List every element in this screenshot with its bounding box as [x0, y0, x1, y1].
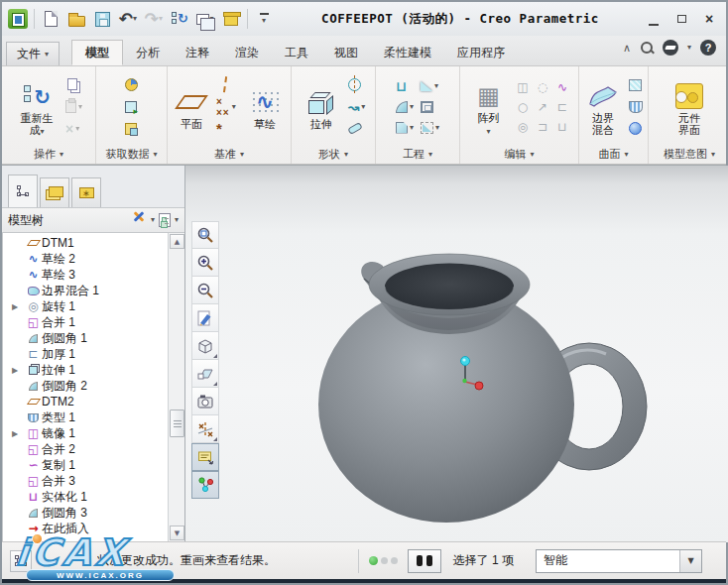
mirror-icon[interactable]: ◫	[517, 81, 528, 93]
tree-item[interactable]: →在此插入	[3, 521, 168, 536]
expand-arrow-icon[interactable]: ▶	[12, 366, 25, 375]
close-window-button[interactable]	[221, 7, 241, 31]
offset-icon[interactable]: ○	[518, 101, 528, 113]
chevron-down-icon[interactable]: ▾	[687, 44, 691, 52]
group-label-datum[interactable]: 基准▾	[168, 145, 291, 164]
group-label-model-intent[interactable]: 模型意图▾	[649, 145, 728, 164]
rib-button[interactable]: ▾	[419, 118, 441, 138]
view-manager-button[interactable]	[191, 388, 219, 415]
tab-file[interactable]: 文件 ▾	[6, 42, 60, 65]
freestyle-button[interactable]	[627, 119, 645, 139]
redo-button[interactable]: ↷▾	[144, 7, 164, 31]
plane-button[interactable]: 平面	[172, 84, 211, 130]
group-label-editing[interactable]: 编辑▾	[460, 145, 578, 164]
tab-分析[interactable]: 分析	[123, 40, 173, 65]
tree-item[interactable]: ⊔实体化 1	[3, 489, 168, 505]
scroll-down-icon[interactable]: ▼	[170, 526, 184, 540]
project-icon[interactable]: ∿	[557, 81, 567, 93]
tree-item[interactable]: DTM2	[3, 394, 168, 410]
swept-blend-button[interactable]	[346, 119, 368, 139]
merge-icon[interactable]: ◎	[518, 121, 528, 133]
shell-button[interactable]	[419, 97, 441, 117]
coordinate-system-button[interactable]: *	[214, 119, 240, 139]
tab-柔性建模[interactable]: 柔性建模	[371, 40, 444, 65]
search-icon[interactable]	[640, 41, 654, 55]
component-interface-button[interactable]: 元件界面	[666, 78, 713, 136]
shrinkwrap-button[interactable]	[123, 119, 140, 139]
copy-geometry-button[interactable]	[123, 97, 140, 117]
tree-item[interactable]: ∿草绘 2	[3, 251, 168, 267]
tab-model-tree[interactable]	[8, 175, 38, 207]
extrude-button[interactable]: 拉伸	[300, 84, 343, 130]
zoom-region-button[interactable]	[191, 221, 219, 249]
group-label-shapes[interactable]: 形状▾	[292, 145, 375, 164]
thicken-icon[interactable]: ⊐	[538, 121, 547, 133]
tree-item[interactable]: ▶◎旋转 1	[3, 298, 168, 314]
tree-item[interactable]: ◱合并 2	[3, 441, 168, 457]
tree-item[interactable]: ◱合并 1	[3, 314, 168, 330]
display-style-button[interactable]	[191, 332, 219, 360]
pattern-button[interactable]: ▦ 阵列▾	[467, 78, 511, 136]
scrollbar-thumb[interactable]	[170, 410, 184, 437]
collapse-ribbon-icon[interactable]: ∧	[623, 42, 631, 55]
solidify-icon[interactable]: ⊔	[557, 121, 566, 133]
copy-button[interactable]	[63, 75, 84, 95]
hole-button[interactable]: ⊔	[394, 76, 416, 96]
windows-button[interactable]: ▾	[195, 7, 215, 31]
round-button[interactable]: ▾	[394, 97, 416, 117]
point-button[interactable]: ×××▾	[214, 97, 240, 117]
tree-item[interactable]: DTM1	[3, 235, 168, 251]
new-file-button[interactable]	[41, 7, 61, 31]
user-defined-feature-button[interactable]	[123, 75, 140, 95]
graphics-area[interactable]	[185, 166, 726, 541]
tree-item[interactable]: 边界混合 1	[3, 283, 168, 298]
close-button[interactable]: ×	[702, 12, 716, 26]
paste-button[interactable]: ▾	[63, 97, 84, 117]
tree-filters-icon[interactable]	[159, 213, 171, 227]
tab-应用程序[interactable]: 应用程序	[444, 40, 518, 65]
group-label-surfaces[interactable]: 曲面▾	[579, 145, 648, 164]
chevron-down-icon[interactable]: ▾	[151, 216, 155, 224]
group-label-get-data[interactable]: 获取数据▾	[96, 145, 167, 164]
zoom-in-button[interactable]	[191, 249, 219, 277]
tab-folder-browser[interactable]	[40, 177, 69, 207]
intersect-icon[interactable]: ⊏	[557, 101, 567, 113]
group-label-engineering[interactable]: 工程▾	[376, 145, 459, 164]
tree-item[interactable]: ▶◫镜像 1	[3, 425, 168, 441]
trim-icon[interactable]: ◌	[538, 81, 547, 93]
tab-favorites[interactable]	[71, 177, 101, 207]
sketch-button[interactable]: ∿ 草绘	[243, 84, 287, 130]
draft-button[interactable]: ▾	[419, 76, 441, 96]
selection-filter-dropdown[interactable]: 智能 ▼	[536, 549, 702, 573]
spin-center-button[interactable]	[191, 471, 219, 499]
tree-item[interactable]: ▶拉伸 1	[3, 362, 168, 378]
tree-item[interactable]: 倒圆角 1	[3, 330, 168, 346]
expand-arrow-icon[interactable]: ▶	[12, 302, 25, 311]
undo-button[interactable]: ↶▾	[118, 7, 138, 31]
revolve-button[interactable]	[346, 75, 368, 95]
tree-settings-icon[interactable]	[131, 213, 147, 228]
chevron-down-icon[interactable]: ▼	[679, 550, 701, 572]
tree-item[interactable]: ∽复制 1	[3, 457, 168, 473]
datum-display-filters-button[interactable]	[191, 415, 219, 443]
chevron-down-icon[interactable]: ▾	[175, 216, 179, 224]
chamfer-button[interactable]: ▾	[394, 118, 416, 138]
axis-button[interactable]	[214, 75, 240, 95]
boundary-blend-button[interactable]: 边界混合	[582, 78, 624, 136]
tab-工具[interactable]: 工具	[272, 40, 321, 65]
extend-icon[interactable]: ↗	[538, 101, 547, 113]
repaint-button[interactable]	[191, 304, 219, 332]
tree-item[interactable]: ⊏加厚 1	[3, 346, 168, 362]
minimize-button[interactable]	[647, 12, 661, 26]
save-button[interactable]	[92, 7, 112, 31]
tab-渲染[interactable]: 渲染	[222, 40, 272, 65]
tab-模型[interactable]: 模型	[71, 40, 123, 65]
zoom-out-button[interactable]	[191, 277, 219, 304]
restore-button[interactable]	[674, 12, 688, 26]
open-file-button[interactable]	[66, 7, 86, 31]
fill-button[interactable]	[627, 75, 645, 95]
saved-orientations-button[interactable]	[191, 360, 219, 388]
tree-item[interactable]: 类型 1	[3, 410, 168, 425]
creo-logo-button[interactable]	[8, 7, 28, 31]
tree-item[interactable]: 倒圆角 3	[3, 505, 168, 521]
